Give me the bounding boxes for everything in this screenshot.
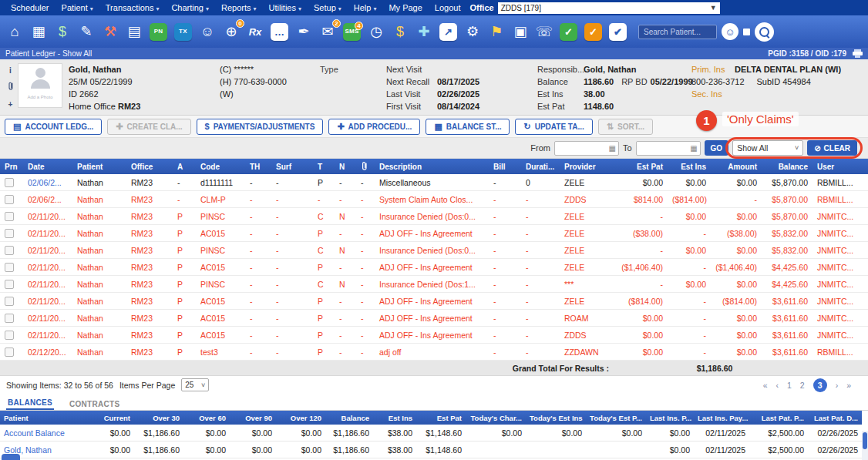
notes-icon[interactable]: ✒	[293, 21, 315, 42]
balances-col-last-ins-pay[interactable]: Last Ins. Pay...	[694, 411, 749, 425]
ledger-col-patient[interactable]: Patient	[72, 159, 126, 174]
action-sort[interactable]: ⇅SORT...	[598, 119, 653, 135]
menu-item-scheduler[interactable]: Scheduler	[5, 3, 56, 12]
ledger-col-n[interactable]: N	[335, 159, 356, 174]
action-payments-adjustments[interactable]: $PAYMENTS/ADJUSTMENTS	[197, 119, 324, 135]
mail-icon[interactable]: ✉2	[317, 21, 338, 42]
ledger-col-prn[interactable]: Prn	[0, 159, 23, 174]
page-button-3[interactable]: 3	[813, 378, 827, 392]
scrollbar-thumb[interactable]	[863, 432, 867, 449]
balances-col-today-s-est-ins[interactable]: Today's Est Ins	[526, 411, 586, 425]
pager-arrow[interactable]: ›	[836, 381, 839, 390]
gear-schedule-icon[interactable]: ⚙	[462, 21, 483, 42]
ledger-col-est-pat[interactable]: Est Pat	[614, 159, 668, 174]
balances-col-today-s-char[interactable]: Today's Char...	[466, 411, 526, 425]
ledger-col-a[interactable]: A	[173, 159, 196, 174]
row-checkbox[interactable]	[5, 280, 14, 289]
row-checkbox[interactable]	[5, 348, 14, 357]
corner-widget[interactable]	[2, 454, 20, 460]
page-button-2[interactable]: 2	[800, 381, 805, 390]
action-account-ledg[interactable]: ▤ACCOUNT LEDG...	[5, 119, 102, 135]
reports-chart-icon[interactable]: ↗	[439, 23, 457, 41]
benefits-icon[interactable]: ✚	[413, 21, 435, 42]
ledger-col-user[interactable]: User	[812, 159, 868, 174]
menu-item-patient[interactable]: Patient▾	[56, 3, 99, 12]
patient-search-icon[interactable]: ☺	[722, 23, 738, 40]
balances-col-today-s-est-p[interactable]: Today's Est P...	[586, 411, 646, 425]
vertical-scrollbar[interactable]	[862, 431, 868, 460]
row-checkbox[interactable]	[5, 212, 14, 221]
sms-icon[interactable]: SMS4	[343, 23, 361, 41]
web-icon[interactable]: ⊕0	[220, 21, 242, 42]
action-create-cla[interactable]: ✚CREATE CLA...	[107, 119, 190, 135]
advanced-search-icon[interactable]	[755, 22, 774, 42]
progress-notes-icon[interactable]: PN	[150, 23, 167, 41]
menu-item-logout[interactable]: Logout	[429, 3, 467, 12]
row-checkbox[interactable]	[5, 331, 14, 340]
paperclip-icon-column-header[interactable]	[356, 159, 375, 174]
forms-icon[interactable]: ✎	[76, 21, 97, 42]
claims-filter-select[interactable]: Show All ˅	[732, 140, 803, 156]
balance-patient-link[interactable]: Account Balance	[0, 425, 86, 442]
cell-date[interactable]: 02/11/20...	[23, 242, 72, 259]
info-icon[interactable]: i	[9, 65, 12, 77]
balances-col-over-30[interactable]: Over 30	[134, 411, 183, 425]
items-per-page-select[interactable]: 25 ˅	[181, 378, 209, 391]
ledger-col-date[interactable]: Date	[23, 159, 72, 174]
action-add-procedu[interactable]: ✚ADD PROCEDU...	[328, 119, 420, 135]
cell-date[interactable]: 02/12/20...	[23, 344, 72, 361]
ledger-col-provider[interactable]: Provider	[560, 159, 614, 174]
row-checkbox[interactable]	[5, 229, 14, 238]
page-button-1[interactable]: 1	[787, 381, 792, 390]
ledger-col-description[interactable]: Description	[375, 159, 489, 174]
row-checkbox[interactable]	[5, 263, 14, 272]
menu-item-utilities[interactable]: Utilities▾	[263, 3, 308, 12]
ledger-col-surf[interactable]: Surf	[271, 159, 313, 174]
office-select[interactable]: ZDDS [179] ▼	[498, 2, 720, 14]
pending-icon[interactable]: ◷	[365, 21, 387, 42]
cell-date[interactable]: 02/11/20...	[23, 276, 72, 293]
cell-date[interactable]: 02/11/20...	[23, 293, 72, 310]
worklist-icon[interactable]: ▤	[123, 21, 145, 42]
tab-balances[interactable]: BALANCES	[6, 396, 54, 410]
payments-icon[interactable]: $	[52, 21, 73, 42]
calendar-icon[interactable]: ▦	[690, 144, 697, 153]
shield-check-green-icon[interactable]: ✓	[560, 23, 577, 41]
home-icon[interactable]: ⌂	[4, 21, 25, 42]
balances-col-over-120[interactable]: Over 120	[276, 411, 325, 425]
balances-col-est-pat[interactable]: Est Pat	[416, 411, 466, 425]
cell-date[interactable]: 02/11/20...	[23, 259, 72, 276]
ledger-col-t[interactable]: T	[313, 159, 335, 174]
shield-check-orange-icon[interactable]: ✓	[584, 23, 602, 41]
balances-col-last-pat-d[interactable]: Last Pat. D...	[808, 411, 862, 425]
balances-col-last-ins-p[interactable]: Last Ins. P...	[646, 411, 694, 425]
row-checkbox[interactable]	[5, 297, 14, 306]
avatar[interactable]: Add a Photo	[18, 63, 62, 108]
print-icon[interactable]: ▣	[510, 21, 531, 42]
pager-arrow[interactable]: ‹	[775, 381, 779, 390]
action-update-ta[interactable]: ↻UPDATE TA...	[515, 119, 592, 135]
ledger-col-balance[interactable]: Balance	[762, 159, 812, 174]
row-checkbox[interactable]	[5, 178, 14, 187]
schedule-icon[interactable]: ▦	[28, 21, 49, 42]
menu-item-help[interactable]: Help▾	[348, 3, 383, 12]
balances-col-last-pat-p[interactable]: Last Pat. P...	[749, 411, 808, 425]
go-button[interactable]: GO	[705, 140, 729, 156]
insurance-payment-icon[interactable]: $	[389, 21, 411, 42]
menu-item-my-page[interactable]: My Page	[382, 3, 428, 12]
cell-date[interactable]: 02/11/20...	[23, 208, 72, 225]
patient-visits-icon[interactable]: ☺	[197, 21, 218, 42]
pager-arrow[interactable]: «	[763, 381, 768, 390]
balances-col-balance[interactable]: Balance	[325, 411, 373, 425]
balances-col-est-ins[interactable]: Est Ins	[373, 411, 416, 425]
row-checkbox[interactable]	[5, 246, 14, 255]
search-patient-input[interactable]	[638, 25, 717, 39]
quick-access-icon[interactable]	[743, 29, 750, 35]
cell-date[interactable]: 02/11/20...	[23, 310, 72, 327]
from-date-input[interactable]: ▦	[554, 141, 619, 156]
balances-col-over-90[interactable]: Over 90	[230, 411, 276, 425]
calendar-icon[interactable]: ▦	[609, 144, 616, 153]
announcements-icon[interactable]: ⚑	[486, 21, 507, 42]
attachment-icon[interactable]	[8, 82, 14, 94]
menu-item-reports[interactable]: Reports▾	[215, 3, 263, 12]
